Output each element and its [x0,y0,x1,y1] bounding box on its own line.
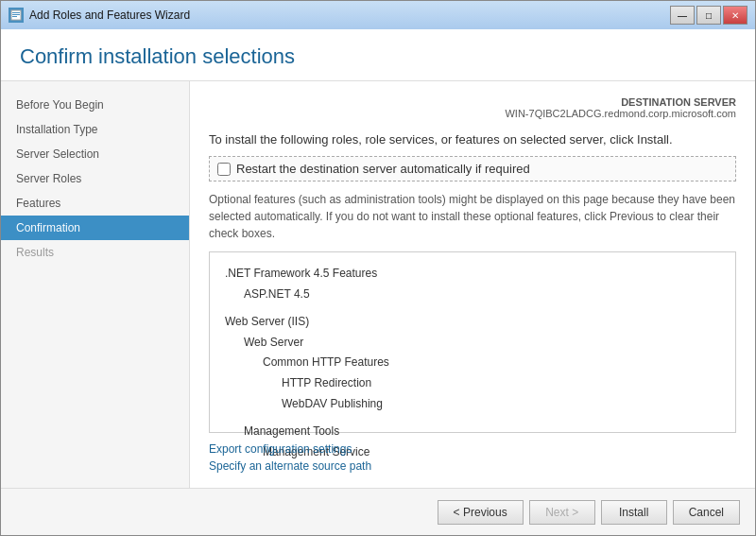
alternate-source-link[interactable]: Specify an alternate source path [209,459,736,473]
sidebar-item-server-selection[interactable]: Server Selection [1,142,189,166]
feature-web-server: Web Server [225,333,720,354]
close-button[interactable]: ✕ [723,6,747,25]
feature-common-http: Common HTTP Features [225,353,720,373]
window-title: Add Roles and Features Wizard [29,9,190,22]
svg-rect-1 [12,12,20,13]
feature-net-framework: .NET Framework 4.5 Features [225,264,720,285]
minimize-button[interactable]: — [670,6,695,25]
app-icon [9,8,24,23]
content-area: DESTINATION SERVER WIN-7QIBC2LADCG.redmo… [190,81,755,488]
export-config-link[interactable]: Export configuration settings [209,442,736,456]
features-box: .NET Framework 4.5 Features ASP.NET 4.5 … [209,251,736,433]
feature-web-server-iis: Web Server (IIS) [225,312,720,333]
sidebar-item-server-roles[interactable]: Server Roles [1,166,189,191]
install-button[interactable]: Install [601,500,667,525]
feature-management-tools: Management Tools [225,422,720,442]
instruction-text: To install the following roles, role ser… [209,132,736,147]
sidebar-item-before-you-begin[interactable]: Before You Begin [1,93,189,117]
wizard-header-title: Confirm installation selections [20,44,736,69]
maximize-button[interactable]: □ [696,6,721,25]
wizard-window: Add Roles and Features Wizard — □ ✕ Conf… [0,0,756,536]
wizard-header: Confirm installation selections [1,29,755,81]
feature-webdav: WebDAV Publishing [225,394,720,415]
wizard-body: Before You Begin Installation Type Serve… [1,81,755,488]
sidebar-item-results: Results [1,240,189,265]
feature-http-redirection: HTTP Redirection [225,373,720,394]
svg-rect-3 [12,16,17,17]
cancel-button[interactable]: Cancel [673,500,740,525]
title-bar: Add Roles and Features Wizard — □ ✕ [1,1,755,29]
destination-server-info: DESTINATION SERVER WIN-7QIBC2LADCG.redmo… [209,96,736,119]
sidebar-item-installation-type[interactable]: Installation Type [1,117,189,142]
sidebar-item-features[interactable]: Features [1,191,189,216]
links-section: Export configuration settings Specify an… [209,442,736,473]
sidebar: Before You Begin Installation Type Serve… [1,81,190,488]
restart-label: Restart the destination server automatic… [236,162,530,176]
next-button[interactable]: Next > [529,500,595,525]
feature-aspnet: ASP.NET 4.5 [225,285,720,305]
title-bar-controls: — □ ✕ [670,6,747,25]
feature-spacer2 [225,414,720,422]
dest-server-name: WIN-7QIBC2LADCG.redmond.corp.microsoft.c… [209,108,736,119]
previous-button[interactable]: < Previous [438,500,524,525]
optional-note: Optional features (such as administratio… [209,191,736,242]
restart-checkbox-row[interactable]: Restart the destination server automatic… [209,156,736,182]
restart-checkbox[interactable] [217,163,231,176]
svg-rect-2 [12,14,20,15]
wizard-footer: < Previous Next > Install Cancel [1,488,755,535]
feature-spacer1 [225,304,720,312]
title-bar-left: Add Roles and Features Wizard [9,8,190,23]
dest-server-label: DESTINATION SERVER [209,96,736,108]
sidebar-item-confirmation[interactable]: Confirmation [1,216,189,240]
